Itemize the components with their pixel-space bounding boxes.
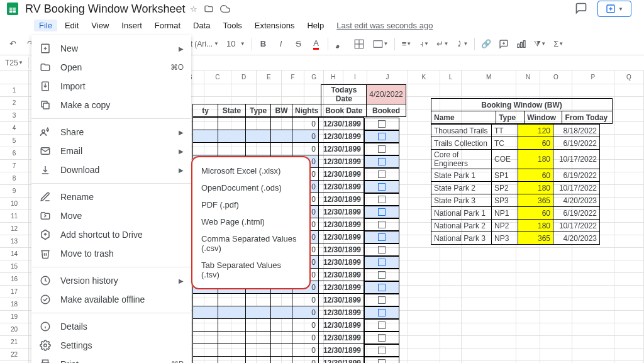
dl-ods[interactable]: OpenDocument (.ods) <box>192 179 309 196</box>
row-header[interactable]: 6 <box>0 147 28 160</box>
cell[interactable]: 12/30/1899 <box>319 319 364 332</box>
fm-print[interactable]: Print⌘P <box>31 355 191 363</box>
text-color-icon[interactable]: A <box>309 36 324 52</box>
row-header[interactable]: 3 <box>0 109 28 122</box>
row-header[interactable]: 5 <box>0 135 28 147</box>
cell[interactable]: 12/30/1899 <box>319 332 364 344</box>
bw-cell[interactable]: 8/18/2022 <box>553 125 600 137</box>
cell[interactable] <box>364 155 399 168</box>
cell[interactable] <box>246 143 271 155</box>
bw-cell[interactable]: TT <box>492 125 518 137</box>
cell[interactable] <box>193 344 218 357</box>
row-header[interactable]: 12 <box>0 223 28 235</box>
row-header[interactable]: 18 <box>0 298 28 311</box>
bw-cell[interactable]: NP3 <box>492 232 518 245</box>
undo-icon[interactable]: ↶ <box>5 36 20 52</box>
cell[interactable] <box>364 306 399 319</box>
rotate-icon[interactable]: ⤸▼ <box>453 36 470 52</box>
bw-cell[interactable]: COE <box>492 150 518 169</box>
halign-icon[interactable]: ≡▼ <box>399 36 414 52</box>
bw-cell[interactable]: National Park 2 <box>431 220 492 232</box>
fm-settings[interactable]: Settings <box>31 336 191 355</box>
cell[interactable]: 12/30/1899 <box>319 181 364 193</box>
bw-cell[interactable]: 10/17/2022 <box>553 182 600 194</box>
cell[interactable] <box>364 143 399 155</box>
cell[interactable] <box>246 118 271 130</box>
cell[interactable] <box>364 168 399 181</box>
cell[interactable] <box>271 130 292 143</box>
bw-cell[interactable]: 180 <box>518 150 553 169</box>
bw-cell[interactable]: NP1 <box>492 207 518 220</box>
cell[interactable]: 12/30/1899 <box>319 206 364 218</box>
cell[interactable] <box>246 294 271 306</box>
menu-insert[interactable]: Insert <box>116 20 147 31</box>
cell[interactable]: 12/30/1899 <box>319 143 364 155</box>
cell[interactable]: 12/30/1899 <box>319 294 364 306</box>
bw-cell[interactable]: 10/17/2022 <box>553 220 600 232</box>
dl-html[interactable]: Web Page (.html) <box>192 213 309 230</box>
cell[interactable] <box>271 344 292 357</box>
cell[interactable]: 0 <box>292 344 319 357</box>
cell[interactable] <box>364 357 399 364</box>
bw-cell[interactable]: State Park 2 <box>431 182 492 194</box>
menu-edit[interactable]: Edit <box>60 20 84 31</box>
cell[interactable] <box>364 218 399 231</box>
fm-offline[interactable]: Make available offline <box>31 290 191 309</box>
cell[interactable] <box>218 143 246 155</box>
bw-cell[interactable]: TC <box>492 137 518 150</box>
merge-icon[interactable]: ▼ <box>370 36 391 52</box>
bw-cell[interactable]: SP2 <box>492 182 518 194</box>
menu-format[interactable]: Format <box>150 20 186 31</box>
cell[interactable]: 0 <box>292 306 319 319</box>
row-header[interactable]: 11 <box>0 210 28 223</box>
cell[interactable]: 0 <box>292 143 319 155</box>
fm-download[interactable]: Download▶ <box>31 160 191 179</box>
cell[interactable]: 12/30/1899 <box>319 306 364 319</box>
cell[interactable] <box>271 294 292 306</box>
col-header[interactable]: C <box>204 70 231 84</box>
cell[interactable] <box>364 294 399 306</box>
cell[interactable] <box>271 306 292 319</box>
cell[interactable]: 0 <box>292 294 319 306</box>
strike-icon[interactable]: S <box>291 36 306 52</box>
row-header[interactable]: 15 <box>0 260 28 273</box>
cell[interactable] <box>246 332 271 344</box>
functions-icon[interactable]: Σ▼ <box>551 36 566 52</box>
cell[interactable] <box>364 319 399 332</box>
cell[interactable] <box>246 344 271 357</box>
bw-cell[interactable]: 60 <box>518 207 553 220</box>
move-folder-icon[interactable] <box>204 4 214 14</box>
cell[interactable] <box>364 181 399 193</box>
bw-cell[interactable]: National Park 1 <box>431 207 492 220</box>
bw-cell[interactable]: 4/20/2023 <box>553 232 600 245</box>
cell[interactable]: 12/30/1899 <box>319 168 364 181</box>
cell[interactable]: 12/30/1899 <box>319 193 364 206</box>
menu-extensions[interactable]: Extensions <box>250 20 300 31</box>
cell[interactable] <box>364 332 399 344</box>
fm-new[interactable]: New▶ <box>31 39 191 58</box>
dl-tsv[interactable]: Tab Separated Values (.tsv) <box>192 257 309 283</box>
fill-color-icon[interactable] <box>332 36 348 52</box>
cell[interactable] <box>193 319 218 332</box>
cell[interactable]: 0 <box>292 130 319 143</box>
cell[interactable]: 12/30/1899 <box>319 269 364 281</box>
bw-cell[interactable]: 6/19/2022 <box>553 207 600 220</box>
cell[interactable]: 12/30/1899 <box>319 243 364 256</box>
bw-cell[interactable]: 6/19/2022 <box>553 169 600 182</box>
bw-cell[interactable]: 4/20/2023 <box>553 194 600 207</box>
comment-icon[interactable] <box>575 2 587 16</box>
cell[interactable]: 12/30/1899 <box>319 231 364 243</box>
bw-cell[interactable]: 6/19/2022 <box>553 137 600 150</box>
cell[interactable]: 12/30/1899 <box>319 118 364 130</box>
fm-details[interactable]: Details <box>31 317 191 336</box>
cell[interactable] <box>364 344 399 357</box>
cell[interactable] <box>246 130 271 143</box>
cell[interactable] <box>246 306 271 319</box>
bw-cell[interactable]: 365 <box>518 194 553 207</box>
cell[interactable] <box>218 332 246 344</box>
bw-cell[interactable]: 180 <box>518 220 553 232</box>
bw-cell[interactable]: State Park 3 <box>431 194 492 207</box>
menu-view[interactable]: View <box>86 20 114 31</box>
col-header[interactable]: Q <box>614 70 644 84</box>
link-icon[interactable]: 🔗 <box>479 36 494 52</box>
